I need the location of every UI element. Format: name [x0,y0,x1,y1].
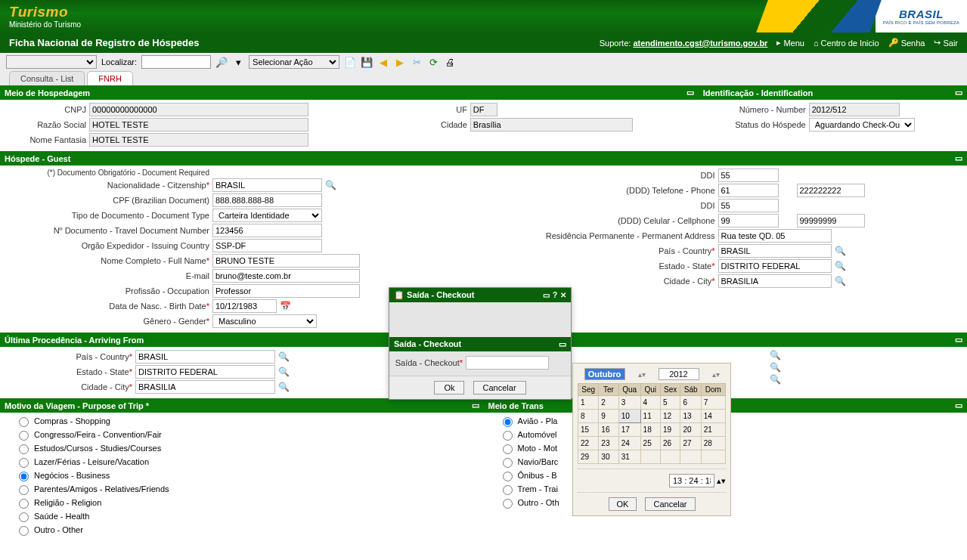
trip-radio[interactable] [19,417,29,427]
transport-radio[interactable] [503,458,513,468]
doctype-select[interactable]: Carteira Identidade [212,209,322,222]
calendar-day[interactable]: 5 [660,396,680,410]
trip-option[interactable]: Outro - Other [15,524,478,536]
trip-radio[interactable] [19,444,29,454]
trip-radio[interactable] [19,499,29,509]
tab-fnrh[interactable]: FNRH [87,71,133,85]
datepicker-month-field[interactable] [584,368,625,380]
guest-state-field[interactable] [718,259,832,273]
phone-field[interactable] [797,184,865,197]
lookup-icon[interactable]: 🔍 [770,350,781,360]
calendar-day[interactable]: 3 [618,396,640,410]
dialog-close-icon[interactable]: ✕ [560,291,566,299]
calendar-day[interactable]: 14 [701,410,725,423]
gender-select[interactable]: Masculino [212,314,317,328]
collapse-icon[interactable]: ▭ [955,153,962,163]
print-icon[interactable]: 🖨 [444,56,456,68]
guest-city-field[interactable] [718,274,832,288]
exit-link[interactable]: ↪Sair [934,38,958,48]
lookup-icon[interactable]: 🔍 [278,367,290,377]
trip-option[interactable]: Saúde - Health [15,510,478,522]
collapse-icon[interactable]: ▭ [559,339,566,349]
calendar-day[interactable]: 18 [640,423,660,437]
calendar-day[interactable]: 1 [578,396,599,410]
trip-radio[interactable] [19,485,29,495]
calendar-icon[interactable]: 📅 [280,301,291,311]
calendar-day[interactable]: 9 [599,410,618,423]
calendar-day[interactable]: 6 [680,396,701,410]
fullname-field[interactable] [212,254,360,268]
binoculars-icon[interactable]: 🔎 [215,56,228,68]
collapse-icon[interactable]: ▭ [472,401,479,410]
refresh-icon[interactable]: ⟳ [427,56,439,68]
trip-radio[interactable] [19,458,29,468]
trip-radio[interactable] [19,431,29,441]
dialog-min-icon[interactable]: ▭ [543,291,550,299]
password-link[interactable]: 🔑Senha [888,38,925,48]
transport-radio[interactable] [503,485,513,495]
guest-country-field[interactable] [718,244,832,258]
calendar-day[interactable]: 8 [578,410,599,423]
datepicker-ok-button[interactable]: OK [609,497,637,511]
filter-icon[interactable]: ▾ [232,56,244,68]
address-field[interactable] [718,229,832,243]
transport-radio[interactable] [503,472,513,481]
tab-consulta-list[interactable]: Consulta - List [9,71,85,85]
calendar-day[interactable]: 7 [701,396,725,410]
calendar-day[interactable]: 27 [680,437,701,450]
calendar-day[interactable]: 21 [701,423,725,437]
calendar-day[interactable]: 19 [660,423,680,437]
lookup-icon[interactable]: 🔍 [278,351,290,362]
home-link[interactable]: ⌂Centro de Inicio [814,39,879,48]
new-icon[interactable]: 📄 [344,56,356,68]
email-field[interactable] [212,269,360,283]
scissors-icon[interactable]: ✂ [411,56,423,68]
calendar-day[interactable]: 13 [680,410,701,423]
lookup-icon[interactable]: 🔍 [278,382,290,392]
trip-option[interactable]: Estudos/Cursos - Studies/Courses [15,442,478,454]
datepicker-year-field[interactable] [659,368,699,380]
arrow-right-icon[interactable]: ▶ [394,56,406,68]
calendar-day[interactable]: 29 [578,450,599,464]
datepicker-cancel-button[interactable]: Cancelar [645,497,695,511]
year-spinner-icon[interactable]: ▴▾ [712,370,720,379]
calendar-day[interactable]: 31 [618,450,640,464]
arrow-left-icon[interactable]: ◀ [377,56,389,68]
nationality-field[interactable] [212,178,322,192]
lookup-icon[interactable]: 🔍 [770,374,781,385]
ddi-cell-field[interactable] [718,199,779,212]
calendar-day[interactable]: 11 [640,410,660,423]
trip-option[interactable]: Religião - Religion [15,497,478,509]
collapse-icon[interactable]: ▭ [687,88,694,97]
calendar-day[interactable]: 4 [640,396,660,410]
dialog-help-icon[interactable]: ? [553,291,557,299]
trip-option[interactable]: Congresso/Feira - Convention/Fair [15,429,478,441]
calendar-day[interactable]: 22 [578,437,599,450]
calendar-day[interactable]: 28 [701,437,725,450]
arr-state-field[interactable] [135,365,275,379]
transport-radio[interactable] [503,444,513,454]
calendar-day[interactable]: 16 [599,423,618,437]
arr-country-field[interactable] [135,350,275,364]
datepicker-time-field[interactable] [669,474,714,487]
lookup-icon[interactable]: 🔍 [835,276,846,286]
menu-link[interactable]: ▸Menu [776,38,804,48]
collapse-icon[interactable]: ▭ [955,335,962,345]
localizar-input[interactable] [141,55,211,69]
calendar-day[interactable]: 20 [680,423,701,437]
trip-option[interactable]: Parentes/Amigos - Relatives/Friends [15,483,478,495]
calendar-day[interactable]: 26 [660,437,680,450]
lookup-icon[interactable]: 🔍 [770,362,781,373]
calendar-day[interactable]: 12 [660,410,680,423]
dialog-cancel-button[interactable]: Cancelar [473,381,526,394]
phone-ddd-field[interactable] [718,184,779,197]
calendar-day[interactable]: 17 [618,423,640,437]
transport-radio[interactable] [503,499,513,509]
birth-field[interactable] [212,299,277,313]
trip-radio[interactable] [19,512,29,522]
transport-radio[interactable] [503,431,513,441]
profession-field[interactable] [212,284,360,298]
collapse-icon[interactable]: ▭ [955,401,962,410]
trip-option[interactable]: Negócios - Business [15,469,478,481]
trip-option[interactable]: Lazer/Férias - Leisure/Vacation [15,456,478,468]
